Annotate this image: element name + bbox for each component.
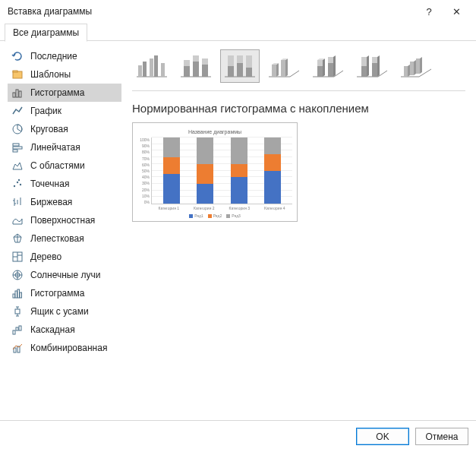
svg-rect-30 (13, 294, 15, 298)
subtype-3d-column[interactable] (396, 49, 436, 83)
svg-point-13 (18, 179, 20, 181)
sidebar-item-surface[interactable]: Поверхностная (8, 211, 121, 229)
svg-rect-53 (193, 62, 199, 77)
svg-rect-55 (202, 65, 208, 77)
radar-chart-icon (11, 232, 24, 245)
close-button[interactable]: ✕ (443, 0, 470, 23)
content-area: Нормированная гистограмма с накоплением … (121, 41, 476, 420)
sidebar-item-waterfall[interactable]: Каскадная (8, 321, 121, 339)
subtype-clustered-column[interactable] (132, 49, 172, 83)
sidebar-item-label: Линейчатая (30, 142, 80, 153)
svg-marker-70 (285, 58, 288, 77)
scatter-chart-icon (11, 177, 24, 191)
subtype-3d-100-stacked-column[interactable] (352, 49, 392, 83)
svg-rect-87 (372, 63, 377, 77)
sidebar-item-label: Точечная (30, 179, 69, 189)
sidebar-item-combo[interactable]: Комбинированная (8, 339, 121, 357)
sidebar-item-label: С областями (30, 160, 85, 171)
boxwhisker-icon (11, 305, 24, 318)
cancel-button[interactable]: Отмена (415, 428, 468, 445)
svg-rect-1 (13, 71, 17, 72)
chart-subtype-title: Нормированная гистограмма с накоплением (132, 102, 465, 115)
svg-rect-69 (281, 60, 285, 77)
tab-all-charts[interactable]: Все диаграммы (5, 24, 87, 42)
svg-rect-91 (404, 66, 408, 77)
svg-rect-3 (16, 90, 18, 97)
svg-rect-32 (17, 289, 20, 298)
svg-rect-95 (416, 58, 420, 74)
sidebar-item-histogram[interactable]: Гистограмма (8, 284, 121, 302)
svg-rect-61 (237, 63, 243, 77)
ok-button[interactable]: OK (356, 428, 409, 445)
sidebar-item-sunburst[interactable]: Солнечные лучи (8, 266, 121, 284)
recent-icon (11, 49, 24, 63)
svg-rect-4 (19, 91, 21, 97)
sidebar-item-label: Поверхностная (30, 215, 95, 226)
svg-rect-74 (317, 66, 323, 77)
svg-marker-85 (367, 55, 369, 77)
svg-rect-78 (328, 63, 333, 77)
sidebar-item-label: Биржевая (30, 197, 72, 207)
title-bar: Вставка диаграммы ? ✕ (0, 0, 476, 23)
sidebar-item-stock[interactable]: Биржевая (8, 193, 121, 211)
line-chart-icon (11, 104, 24, 118)
svg-marker-80 (333, 55, 336, 77)
chart-type-sidebar: Последние Шаблоны Гистограмма График Кру (0, 41, 121, 420)
sidebar-item-column[interactable]: Гистограмма (8, 84, 121, 102)
preview-x-axis: Категория 1Категория 2Категория 3Категор… (137, 206, 292, 210)
help-button[interactable]: ? (415, 0, 443, 23)
column-chart-icon (11, 86, 24, 100)
svg-rect-93 (410, 62, 414, 75)
subtype-3d-stacked-column[interactable] (308, 49, 348, 83)
svg-rect-39 (13, 330, 15, 334)
svg-marker-94 (414, 60, 416, 75)
bar-chart-icon (11, 141, 24, 154)
svg-rect-34 (15, 309, 20, 314)
tab-strip: Все диаграммы (0, 23, 476, 41)
svg-rect-7 (13, 147, 22, 149)
svg-rect-8 (13, 150, 17, 152)
svg-rect-63 (246, 68, 252, 77)
svg-point-11 (17, 182, 18, 183)
subtype-3d-clustered-column[interactable] (264, 49, 304, 83)
sidebar-item-label: Солнечные лучи (30, 270, 100, 280)
svg-rect-40 (16, 327, 18, 330)
svg-rect-59 (228, 66, 234, 77)
svg-rect-66 (272, 65, 276, 77)
subtype-stacked-column[interactable] (176, 49, 216, 83)
svg-marker-76 (323, 58, 325, 77)
svg-rect-48 (154, 55, 158, 77)
sidebar-item-radar[interactable]: Лепестковая (8, 229, 121, 248)
svg-marker-88 (377, 55, 380, 77)
sidebar-item-pie[interactable]: Круговая (8, 120, 121, 138)
svg-rect-47 (150, 58, 153, 77)
svg-rect-45 (138, 65, 142, 77)
svg-marker-9 (13, 163, 22, 169)
svg-rect-2 (13, 93, 15, 97)
preview-y-axis: 100%90%80%70%60%50%40%30%20%10%0% (137, 137, 151, 204)
svg-point-12 (20, 184, 21, 185)
svg-rect-46 (143, 62, 147, 77)
svg-rect-6 (13, 144, 19, 146)
subtype-100-stacked-column[interactable] (220, 49, 260, 83)
svg-rect-31 (15, 291, 17, 298)
sidebar-item-recent[interactable]: Последние (8, 47, 121, 65)
stock-chart-icon (11, 195, 24, 209)
sidebar-item-bar[interactable]: Линейчатая (8, 138, 121, 156)
svg-rect-41 (19, 326, 21, 330)
combo-chart-icon (11, 341, 24, 355)
sidebar-item-boxwhisker[interactable]: Ящик с усами (8, 302, 121, 321)
surface-chart-icon (11, 213, 24, 227)
sidebar-item-label: График (30, 106, 61, 116)
sidebar-item-line[interactable]: График (8, 102, 121, 120)
svg-line-65 (290, 71, 299, 77)
sidebar-item-label: Каскадная (30, 324, 75, 335)
window-title: Вставка диаграммы (8, 6, 415, 17)
sidebar-item-label: Гистограмма (30, 87, 84, 98)
sidebar-item-label: Комбинированная (30, 343, 107, 353)
sidebar-item-area[interactable]: С областями (8, 156, 121, 175)
chart-preview[interactable]: Название диаграммы 100%90%80%70%60%50%40… (132, 122, 298, 222)
sidebar-item-scatter[interactable]: Точечная (8, 175, 121, 193)
sidebar-item-treemap[interactable]: Дерево (8, 248, 121, 266)
sidebar-item-templates[interactable]: Шаблоны (8, 65, 121, 84)
